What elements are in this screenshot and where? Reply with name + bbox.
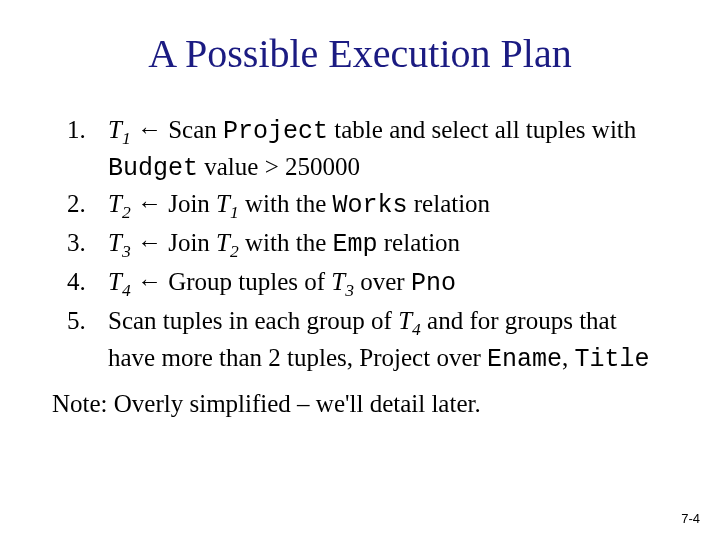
- var-t2-ref: T2: [216, 229, 239, 256]
- code-pno: Pno: [411, 269, 456, 298]
- arrow-icon: ←: [137, 267, 162, 295]
- text: over: [354, 268, 411, 295]
- var-t3-ref: T3: [331, 268, 354, 295]
- text: ,: [562, 344, 575, 371]
- text: with the: [239, 190, 333, 217]
- text: relation: [378, 229, 461, 256]
- text: value > 250000: [198, 153, 360, 180]
- var-t3: T3: [108, 229, 131, 256]
- page-number: 7-4: [681, 511, 700, 526]
- text: Scan: [162, 116, 223, 143]
- arrow-icon: ←: [137, 228, 162, 256]
- code-title: Title: [575, 345, 650, 374]
- step-3: T3 ← Join T2 with the Emp relation: [92, 226, 668, 263]
- arrow-icon: ←: [137, 189, 162, 217]
- var-t4-ref: T4: [398, 307, 421, 334]
- text: Scan tuples in each group of: [108, 307, 398, 334]
- code-project: Project: [223, 117, 328, 146]
- code-emp: Emp: [333, 230, 378, 259]
- code-works: Works: [333, 191, 408, 220]
- step-2: T2 ← Join T1 with the Works relation: [92, 187, 668, 224]
- text: Group tuples of: [162, 268, 331, 295]
- step-1: T1 ← Scan Project table and select all t…: [92, 113, 668, 185]
- text: table and select all tuples with: [328, 116, 636, 143]
- var-t2: T2: [108, 190, 131, 217]
- text: relation: [408, 190, 491, 217]
- slide-title: A Possible Execution Plan: [52, 30, 668, 77]
- var-t1-ref: T1: [216, 190, 239, 217]
- text: Join: [162, 229, 216, 256]
- slide: { "title": "A Possible Execution Plan", …: [0, 0, 720, 540]
- code-ename: Ename: [487, 345, 562, 374]
- step-5: Scan tuples in each group of T4 and for …: [92, 304, 668, 376]
- note-text: Note: Overly simplified – we'll detail l…: [52, 390, 668, 418]
- steps-list: T1 ← Scan Project table and select all t…: [52, 113, 668, 376]
- arrow-icon: ←: [137, 115, 162, 143]
- var-t1: T1: [108, 116, 131, 143]
- text: with the: [239, 229, 333, 256]
- code-budget: Budget: [108, 154, 198, 183]
- text: Join: [162, 190, 216, 217]
- var-t4: T4: [108, 268, 131, 295]
- step-4: T4 ← Group tuples of T3 over Pno: [92, 265, 668, 302]
